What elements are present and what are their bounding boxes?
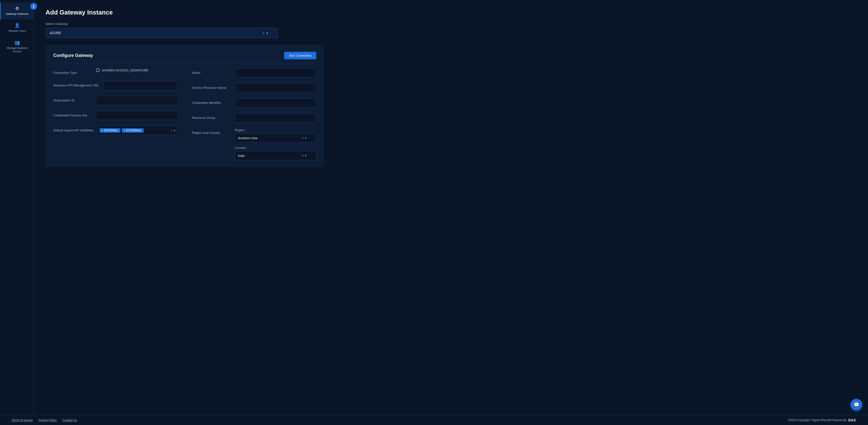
resource-group-label: Resource Group (192, 113, 231, 120)
credentials-primary-label: Credentials Primary Key (53, 111, 92, 118)
gateway-dropdown-icon[interactable]: ▾ (267, 31, 268, 35)
subscription-id-input[interactable] (96, 96, 178, 105)
footer-links: Terms of service Privacy Policy Contact … (11, 419, 77, 422)
credentials-identifier-label: Credentials Identifier (192, 98, 231, 105)
chat-button[interactable]: 💬 (850, 399, 862, 411)
tag-close-external[interactable]: × (124, 129, 125, 132)
gateway-select-wrapper: AZURE × ▾ (45, 28, 278, 38)
country-select-icons: × ▾ (302, 154, 306, 157)
radio-shared-access[interactable]: SHARED ACCESS_SIGNATURE (96, 68, 149, 72)
main-content: Add Gateway Instance Select Gateway AZUR… (34, 0, 868, 415)
footer-copyright: ©2024 Copyright: Digital APIcraft Powere… (788, 418, 857, 422)
region-select-icons: × ▾ (302, 136, 306, 140)
tag-input-wrapper[interactable]: × INTERNAL × EXTERNAL × ▾ (97, 126, 178, 135)
default-import-row: Default Import API Visibilities × INTERN… (53, 126, 178, 135)
gateway-instances-label: Gateway Instances (6, 12, 29, 15)
default-import-label: Default Import API Visibilities (53, 126, 93, 133)
subscription-id-row: Subscription ID (53, 96, 178, 105)
region-country-label: Region and Country (192, 128, 231, 135)
tag-internal: × INTERNAL (99, 128, 120, 133)
region-select[interactable]: Southern Asia × ▾ (235, 133, 316, 142)
name-row: Name (192, 68, 316, 77)
resource-api-row: Resource API Management URL (53, 81, 178, 90)
manage-analytics-label: Manage Analytics Access (3, 46, 32, 53)
region-country-row: Region and Country Region : Southern Asi… (192, 128, 316, 160)
tag-external: × EXTERNAL (122, 128, 144, 133)
radio-label: SHARED ACCESS_SIGNATURE (102, 68, 149, 72)
tag-input-icons: × ▾ (171, 129, 175, 132)
region-dropdown-icon[interactable]: ▾ (305, 136, 306, 140)
left-column: Connection Type SHARED ACCESS_SIGNATURE … (53, 68, 178, 160)
credentials-primary-row: Credentials Primary Key (53, 111, 178, 120)
tag-dropdown-icon[interactable]: ▾ (174, 129, 175, 132)
credentials-identifier-row: Credentials Identifier (192, 98, 316, 107)
credentials-primary-input[interactable] (96, 111, 178, 120)
privacy-link[interactable]: Privacy Policy (38, 419, 57, 422)
resource-group-row: Resource Group (192, 113, 316, 123)
gateway-selected-value: AZURE (50, 31, 61, 35)
connection-type-options: SHARED ACCESS_SIGNATURE (96, 68, 149, 72)
name-label: Name (192, 68, 231, 75)
region-country-section: Region : Southern Asia × ▾ (235, 128, 316, 160)
sidebar-item-manage-analytics[interactable]: 👥 Manage Analytics Access (0, 37, 34, 57)
select-gateway-label: Select Gateway (45, 22, 857, 26)
tag-label-internal: INTERNAL (104, 129, 118, 132)
country-select[interactable]: India × ▾ (235, 151, 316, 160)
gateway-select[interactable]: AZURE × ▾ (45, 28, 278, 38)
manage-analytics-icon: 👥 (14, 40, 20, 45)
terms-link[interactable]: Terms of service (11, 419, 33, 422)
resource-api-input[interactable] (103, 81, 178, 90)
gateway-clear-icon[interactable]: × (262, 31, 265, 35)
manage-users-label: Manage Users (8, 29, 26, 32)
name-input[interactable] (235, 68, 316, 77)
chat-icon: 💬 (854, 402, 860, 407)
sidebar-toggle[interactable]: ❮ (30, 3, 37, 10)
radio-circle (96, 68, 100, 72)
connection-type-label: Connection Type (53, 68, 92, 75)
contact-link[interactable]: Contact Us (62, 419, 77, 422)
tag-clear-icon[interactable]: × (171, 129, 173, 132)
configure-gateway-panel: Configure Gateway Test Connection Connec… (45, 45, 324, 167)
config-header: Configure Gateway Test Connection (53, 52, 316, 63)
region-value: Southern Asia (238, 136, 257, 140)
form-grid: Connection Type SHARED ACCESS_SIGNATURE … (53, 68, 316, 160)
sidebar-item-manage-users[interactable]: 👤 Manage Users (0, 19, 34, 36)
tag-close-internal[interactable]: × (101, 129, 103, 132)
region-clear-icon[interactable]: × (302, 136, 304, 140)
manage-users-icon: 👤 (14, 23, 20, 28)
footer: Terms of service Privacy Policy Contact … (0, 415, 868, 425)
right-column: Name Service Resource Name Credentials I… (192, 68, 316, 160)
dac-logo: DAC (848, 418, 857, 422)
country-sublabel: Country : (235, 146, 316, 150)
sidebar-item-gateway-instances[interactable]: ⚙ Gateway Instances (0, 2, 34, 19)
country-dropdown-icon[interactable]: ▾ (305, 154, 306, 157)
connection-type-row: Connection Type SHARED ACCESS_SIGNATURE (53, 68, 178, 75)
resource-group-input[interactable] (235, 113, 316, 123)
country-value: India (238, 154, 245, 158)
service-resource-row: Service Resource Name (192, 83, 316, 93)
gateway-instances-icon: ⚙ (15, 6, 19, 11)
gateway-select-icons: × ▾ (262, 31, 268, 35)
resource-api-label: Resource API Management URL (53, 81, 99, 88)
page-title: Add Gateway Instance (45, 9, 857, 16)
region-block: Region : Southern Asia × ▾ (235, 128, 316, 142)
test-connection-button[interactable]: Test Connection (284, 52, 316, 59)
sidebar: ❮ ⚙ Gateway Instances 👤 Manage Users 👥 M… (0, 0, 34, 415)
copyright-text: ©2024 Copyright: Digital APIcraft Powere… (788, 419, 847, 422)
region-sublabel: Region : (235, 128, 316, 132)
credentials-identifier-input[interactable] (235, 98, 316, 107)
config-title: Configure Gateway (53, 53, 93, 58)
chevron-left-icon: ❮ (32, 5, 35, 8)
service-resource-input[interactable] (235, 83, 316, 93)
country-clear-icon[interactable]: × (302, 154, 304, 157)
country-block: Country : India × ▾ (235, 146, 316, 160)
service-resource-label: Service Resource Name (192, 83, 231, 90)
tag-label-external: EXTERNAL (126, 129, 142, 132)
subscription-id-label: Subscription ID (53, 96, 92, 103)
